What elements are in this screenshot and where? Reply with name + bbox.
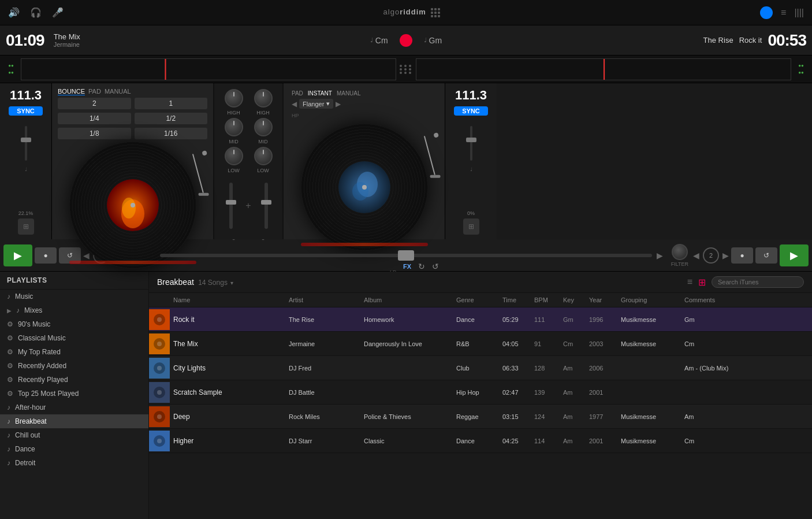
sidebar-item-90s[interactable]: ⚙ 90's Music bbox=[0, 317, 148, 331]
loop-tab-manual[interactable]: MANUAL bbox=[105, 88, 131, 95]
loop-tab-bounce[interactable]: BOUNCE bbox=[58, 88, 85, 95]
record-indicator[interactable] bbox=[760, 6, 773, 19]
track-artist: DJ Starr bbox=[285, 436, 360, 446]
track-comments: Am bbox=[681, 412, 739, 421]
loop-btn-1-2[interactable]: 1/2 bbox=[135, 113, 208, 124]
loop-btn-1-16[interactable]: 1/16 bbox=[135, 128, 208, 139]
col-year[interactable]: Year bbox=[586, 295, 617, 305]
deck-right-sync-button[interactable]: SYNC bbox=[454, 106, 488, 116]
deck-right-loop-icon[interactable]: ↻ bbox=[418, 262, 425, 271]
track-time: 03:15 bbox=[499, 412, 531, 421]
table-row[interactable]: Rock it The Rise Homework Dance 05:29 11… bbox=[149, 307, 812, 332]
deck-left-play-button[interactable]: ▶ bbox=[3, 244, 32, 266]
sidebar-item-recently-added[interactable]: ⚙ Recently Added bbox=[0, 359, 148, 373]
track-album bbox=[360, 367, 453, 369]
deck-right-back-button[interactable]: ↺ bbox=[755, 247, 777, 264]
eq-high-right[interactable] bbox=[254, 89, 273, 107]
menu-icon[interactable]: ≡ bbox=[781, 8, 786, 18]
table-row[interactable]: The Mix Jermaine Dangerously In Love R&B… bbox=[149, 332, 812, 356]
sidebar-item-music[interactable]: ♪ Music bbox=[0, 290, 148, 303]
table-row[interactable]: Higher DJ Starr Classic Dance 04:25 114 … bbox=[149, 429, 812, 453]
eq-high-right-label: HIGH bbox=[256, 110, 270, 116]
sidebar-item-detroit[interactable]: ♪ Detroit bbox=[0, 456, 148, 470]
waveform-left[interactable]: (function() { var bars = ''; for(var i=0… bbox=[21, 58, 396, 80]
effect-tab-pad[interactable]: PAD bbox=[292, 90, 303, 97]
deck-left-sync-button[interactable]: SYNC bbox=[9, 106, 43, 116]
deck-right-next[interactable]: ▶ bbox=[722, 251, 729, 260]
col-album[interactable]: Album bbox=[360, 295, 453, 305]
filter-right-knob[interactable] bbox=[672, 244, 688, 260]
track-grouping: Musikmesse bbox=[617, 315, 681, 324]
track-time: 04:05 bbox=[499, 339, 531, 349]
deck-right-play-button[interactable]: ▶ bbox=[780, 244, 809, 266]
col-artist[interactable]: Artist bbox=[285, 295, 360, 305]
loop-btn-1[interactable]: 1 bbox=[135, 98, 208, 109]
deck-right-loop-number[interactable]: 2 bbox=[703, 247, 719, 264]
sidebar-item-dance[interactable]: ♪ Dance bbox=[0, 442, 148, 456]
deck-right-settings[interactable]: ⊞ bbox=[463, 218, 479, 235]
sidebar-item-classical[interactable]: ⚙ Classical Music bbox=[0, 331, 148, 345]
deck-right-percent: 0% bbox=[467, 210, 475, 216]
sidebar-item-breakbeat[interactable]: ♪ Breakbeat bbox=[0, 414, 148, 428]
loop-tab-pad[interactable]: PAD bbox=[88, 88, 101, 95]
loop-btn-1-4[interactable]: 1/4 bbox=[58, 113, 131, 124]
col-grouping[interactable]: Grouping bbox=[617, 295, 681, 305]
eq-low-left[interactable] bbox=[225, 147, 243, 165]
deck-right-cue-icon[interactable]: ↺ bbox=[432, 262, 439, 271]
eq-mid-left[interactable] bbox=[225, 118, 243, 136]
dropdown-arrow[interactable]: ▾ bbox=[230, 280, 233, 286]
sidebar-item-top25[interactable]: ⚙ Top 25 Most Played bbox=[0, 387, 148, 401]
grid-view-icon[interactable]: ⊞ bbox=[698, 277, 706, 288]
effect-dropdown[interactable]: Flanger ▾ bbox=[299, 99, 333, 109]
deck-left-pitch-slider[interactable] bbox=[25, 126, 27, 161]
volume-fader-right[interactable] bbox=[265, 183, 268, 229]
effect-nav-prev[interactable]: ◀ bbox=[292, 100, 297, 108]
sidebar-item-recently-played[interactable]: ⚙ Recently Played bbox=[0, 373, 148, 387]
deck-right-fx-button[interactable]: FX bbox=[403, 263, 411, 270]
col-comments[interactable]: Comments bbox=[681, 295, 739, 305]
deck-right-cue-button[interactable]: ● bbox=[731, 247, 753, 264]
eq-mid-right[interactable] bbox=[254, 118, 273, 136]
eq-low-right[interactable] bbox=[254, 147, 273, 165]
mic-icon[interactable]: 🎤 bbox=[52, 7, 64, 18]
deck-left-turntable[interactable] bbox=[69, 142, 196, 269]
col-time[interactable]: Time bbox=[499, 295, 531, 305]
col-genre[interactable]: Genre bbox=[453, 295, 499, 305]
table-row[interactable]: Scratch Sample DJ Battle Hip Hop 02:47 1… bbox=[149, 380, 812, 405]
content-area: Breakbeat 14 Songs ▾ ≡ ⊞ Name Artist Alb… bbox=[149, 272, 812, 519]
loop-btn-1-8[interactable]: 1/8 bbox=[58, 128, 131, 139]
deck-right-turntable[interactable] bbox=[301, 124, 428, 251]
table-row[interactable]: Deep Rock Miles Police & Thieves Reggae … bbox=[149, 405, 812, 429]
sidebar-item-chill-out[interactable]: ♪ Chill out bbox=[0, 428, 148, 442]
track-artist: DJ Fred bbox=[285, 364, 360, 373]
headphone-icon[interactable]: 🎧 bbox=[30, 7, 42, 18]
sidebar-item-after-hour[interactable]: ♪ After-hour bbox=[0, 401, 148, 414]
deck-right-pitch-slider[interactable] bbox=[470, 126, 472, 161]
sidebar-item-top-rated[interactable]: ⚙ My Top Rated bbox=[0, 345, 148, 359]
effect-nav-next[interactable]: ▶ bbox=[336, 100, 341, 108]
list-view-icon[interactable]: ≡ bbox=[687, 277, 692, 287]
bottom-panel: PLAYLISTS ♪ Music ▶ ♪ Mixes ⚙ 90's Music… bbox=[0, 272, 812, 519]
col-key[interactable]: Key bbox=[560, 295, 586, 305]
deck-right-prev[interactable]: ◀ bbox=[693, 251, 699, 260]
key-left: ♩ Cm bbox=[370, 36, 388, 45]
eq-high-left[interactable] bbox=[225, 89, 243, 107]
speaker-icon[interactable]: 🔊 bbox=[8, 7, 20, 18]
deck-right-effect-panel: PAD INSTANT MANUAL ◀ Flanger ▾ ▶ HP bbox=[289, 88, 439, 121]
effect-tab-instant[interactable]: INSTANT bbox=[308, 90, 332, 97]
col-bpm[interactable]: BPM bbox=[531, 295, 560, 305]
search-input[interactable] bbox=[712, 276, 804, 288]
grid-icon[interactable]: |||| bbox=[794, 8, 804, 18]
crossfader[interactable] bbox=[160, 254, 651, 257]
eq-low-right-label: LOW bbox=[257, 168, 269, 173]
loop-btn-2[interactable]: 2 bbox=[58, 98, 131, 109]
col-name[interactable]: Name bbox=[170, 295, 285, 305]
waveform-right[interactable]: (function() { var bars = ''; for(var i=0… bbox=[416, 58, 791, 80]
effect-tab-manual[interactable]: MANUAL bbox=[337, 90, 361, 97]
volume-fader-left[interactable] bbox=[229, 183, 233, 229]
sidebar-item-mixes[interactable]: ▶ ♪ Mixes bbox=[0, 303, 148, 317]
deck-left-settings[interactable]: ⊞ bbox=[18, 218, 34, 235]
crossfader-next[interactable]: ▶ bbox=[657, 251, 663, 260]
record-button[interactable] bbox=[400, 34, 412, 47]
table-row[interactable]: City Lights DJ Fred Club 06:33 128 Am 20… bbox=[149, 356, 812, 380]
